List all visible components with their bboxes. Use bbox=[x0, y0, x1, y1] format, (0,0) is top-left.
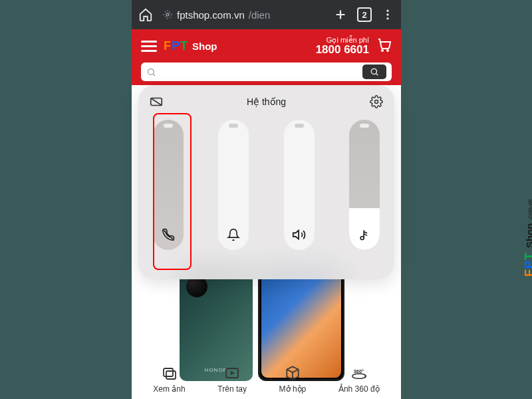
svg-point-0 bbox=[166, 13, 169, 16]
settings-icon[interactable] bbox=[369, 94, 384, 109]
search-button[interactable] bbox=[362, 65, 386, 79]
volume-panel: Hệ thống bbox=[138, 85, 394, 279]
hamburger-menu-icon[interactable] bbox=[141, 41, 157, 52]
box-icon bbox=[284, 364, 301, 382]
svg-point-5 bbox=[387, 50, 388, 51]
search-icon bbox=[146, 67, 156, 77]
rotate-360-icon: 360° bbox=[350, 364, 368, 382]
ringtone-volume-slider[interactable] bbox=[218, 120, 249, 250]
cart-icon[interactable] bbox=[376, 37, 392, 55]
tab-mo-hop[interactable]: Mở hộp bbox=[279, 364, 307, 394]
svg-rect-8 bbox=[164, 368, 173, 376]
media-tabs: Xem ảnh Trên tay Mở hộp 360° Ảnh 360 độ bbox=[132, 364, 401, 394]
svg-point-3 bbox=[386, 17, 388, 19]
site-header: F P T Shop Gọi miễn phí 1800 6601 bbox=[132, 29, 401, 63]
video-icon bbox=[223, 364, 241, 382]
svg-rect-9 bbox=[166, 371, 176, 379]
tab-xem-anh[interactable]: Xem ảnh bbox=[153, 364, 185, 394]
site-settings-icon bbox=[162, 9, 173, 20]
new-tab-icon[interactable] bbox=[333, 7, 348, 22]
url-host: fptshop.com.vn bbox=[177, 9, 245, 21]
page-content: Xem ảnh Trên tay Mở hộp 360° Ảnh 360 độ bbox=[132, 85, 401, 399]
svg-point-7 bbox=[371, 68, 376, 74]
svg-point-6 bbox=[148, 68, 154, 74]
bell-icon bbox=[226, 227, 241, 242]
gallery-icon bbox=[161, 364, 178, 382]
tab-tren-tay[interactable]: Trên tay bbox=[217, 364, 247, 394]
svg-point-12 bbox=[352, 374, 366, 378]
phone-screenshot: fptshop.com.vn/dien 2 F P T Shop Gọi miễ… bbox=[132, 0, 401, 399]
call-mute-icon bbox=[161, 227, 176, 242]
svg-point-14 bbox=[375, 100, 378, 104]
search-area bbox=[132, 63, 401, 85]
svg-point-1 bbox=[386, 10, 388, 12]
media-mute-icon[interactable] bbox=[149, 94, 164, 109]
speaker-icon bbox=[292, 227, 307, 242]
home-icon[interactable] bbox=[138, 7, 153, 22]
browser-menu-icon[interactable] bbox=[381, 8, 394, 21]
music-note-icon bbox=[357, 227, 372, 242]
svg-point-2 bbox=[386, 13, 388, 15]
alarm-volume-slider[interactable] bbox=[349, 120, 380, 250]
url-bar[interactable]: fptshop.com.vn/dien bbox=[162, 9, 270, 21]
watermark: F P T Shop .com.vn bbox=[523, 200, 533, 277]
site-logo[interactable]: F P T Shop bbox=[164, 39, 217, 53]
media-volume-slider[interactable] bbox=[284, 120, 315, 250]
call-volume-slider[interactable] bbox=[153, 120, 184, 250]
hotline[interactable]: Gọi miễn phí 1800 6601 bbox=[316, 36, 369, 57]
tab-switcher[interactable]: 2 bbox=[357, 7, 372, 22]
browser-chrome-bar: fptshop.com.vn/dien 2 bbox=[132, 0, 401, 29]
search-input[interactable] bbox=[141, 63, 392, 81]
tab-anh-360[interactable]: 360° Ảnh 360 độ bbox=[338, 364, 380, 394]
url-path: /dien bbox=[249, 9, 271, 21]
volume-panel-title: Hệ thống bbox=[247, 96, 286, 107]
svg-point-4 bbox=[382, 50, 383, 51]
